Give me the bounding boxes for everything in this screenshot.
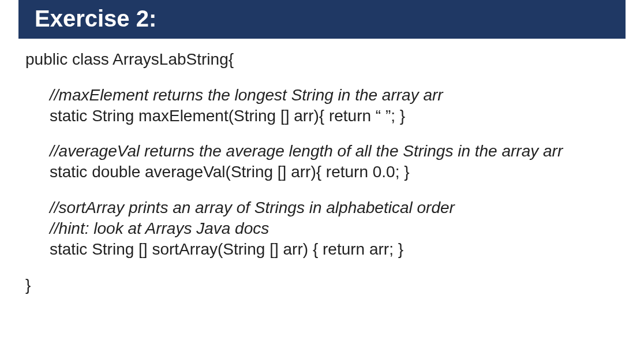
comment-maxElement: //maxElement returns the longest String … xyxy=(50,85,626,106)
method-block-maxElement: //maxElement returns the longest String … xyxy=(50,85,626,126)
slide: Exercise 2: public class ArraysLabString… xyxy=(0,0,644,351)
method-block-averageVal: //averageVal returns the average length … xyxy=(50,141,626,182)
code-area: public class ArraysLabString{ //maxEleme… xyxy=(0,39,644,295)
comment-averageVal: //averageVal returns the average length … xyxy=(50,141,626,162)
exercise-header: Exercise 2: xyxy=(18,0,626,39)
comment-sortArray-1: //sortArray prints an array of Strings i… xyxy=(50,197,626,218)
signature-averageVal: static double averageVal(String [] arr){… xyxy=(50,162,626,182)
signature-maxElement: static String maxElement(String [] arr){… xyxy=(50,106,626,126)
class-close-brace: } xyxy=(25,275,626,296)
exercise-title: Exercise 2: xyxy=(35,6,156,31)
signature-sortArray: static String [] sortArray(String [] arr… xyxy=(50,239,626,260)
comment-sortArray-2: //hint: look at Arrays Java docs xyxy=(50,218,626,239)
class-declaration: public class ArraysLabString{ xyxy=(25,49,626,70)
method-block-sortArray: //sortArray prints an array of Strings i… xyxy=(50,197,626,259)
